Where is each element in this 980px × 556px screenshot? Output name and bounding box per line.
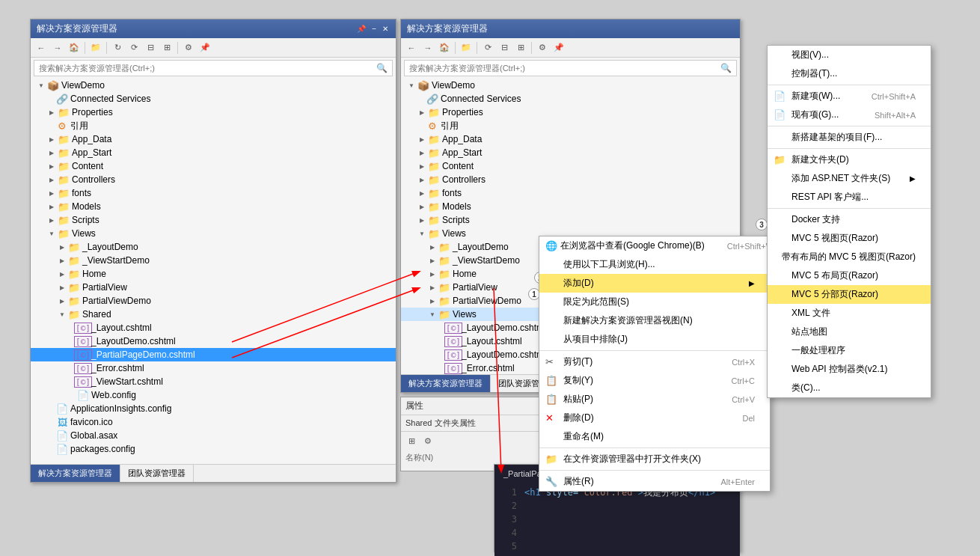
- sub-mvc5-layout-page[interactable]: MVC 5 布局页(Razor): [768, 266, 931, 285]
- sub-mvc5-partial[interactable]: MVC 5 分部页(Razor): [768, 285, 931, 304]
- sub-rest[interactable]: REST API 客户端...: [768, 188, 931, 207]
- r-folder-btn[interactable]: 📁: [459, 40, 474, 55]
- r-collapse-btn[interactable]: ⊟: [497, 40, 512, 55]
- tree-item-_ViewStartDemo[interactable]: ▶ 📁 _ViewStartDemo: [31, 254, 396, 267]
- forward-btn[interactable]: →: [50, 40, 65, 55]
- sub-asp-folder[interactable]: 添加 ASP.NET 文件夹(S) ▶: [768, 169, 931, 188]
- tree-item-Controllers[interactable]: ▶ 📁 Controllers: [31, 173, 396, 186]
- close-button[interactable]: ✕: [381, 25, 390, 33]
- cm-open-explorer[interactable]: 📁 在文件资源管理器中打开文件夹(X): [539, 450, 770, 468]
- home-btn[interactable]: 🏠: [67, 40, 82, 55]
- filter-btn[interactable]: ⊞: [159, 40, 174, 55]
- r-home-btn[interactable]: 🏠: [437, 40, 452, 55]
- tree-item-PartialView[interactable]: ▶ 📁 PartialView: [31, 281, 396, 294]
- r-filter-btn[interactable]: ⊞: [513, 40, 528, 55]
- tree-item-fonts[interactable]: ▶ 📁 fonts: [401, 186, 740, 200]
- tree-item-Global_asax[interactable]: 📄 Global.asax: [31, 429, 396, 442]
- tree-item-App_Data[interactable]: ▶ 📁 App_Data: [31, 132, 396, 146]
- tree-item-Home[interactable]: ▶ 📁 Home: [31, 267, 396, 281]
- tree-item-_Layout_cshtml[interactable]: [©] _Layout.cshtml: [31, 321, 396, 334]
- cm-delete[interactable]: ✕ 删除(D) Del: [539, 409, 770, 427]
- cm-add[interactable]: 添加(D) ▶: [539, 274, 770, 293]
- sub-xml[interactable]: XML 文件: [768, 304, 931, 323]
- tree-item-Scripts[interactable]: ▶ 📁 Scripts: [401, 213, 740, 227]
- r-forward-btn[interactable]: →: [420, 40, 435, 55]
- sub-new-folder[interactable]: 📁 新建文件夹(D): [768, 150, 931, 169]
- tree-item-PartialViewDemo[interactable]: ▶ 📁 PartialViewDemo: [31, 294, 396, 308]
- cm-copy[interactable]: 📋 复制(Y) Ctrl+C: [539, 371, 770, 390]
- left-search-bar[interactable]: 🔍: [34, 60, 393, 76]
- tree-item-Web_config[interactable]: 📄 Web.config: [31, 388, 396, 402]
- tree-item-Properties[interactable]: ▶ 📁 Properties: [31, 106, 396, 119]
- right-tab-solution[interactable]: 解决方案资源管理器: [401, 375, 491, 392]
- refresh-btn[interactable]: ⟳: [126, 40, 141, 55]
- tree-item-Shared[interactable]: ▼ 📁 Shared: [31, 308, 396, 321]
- cm-paste[interactable]: 📋 粘贴(P) Ctrl+V: [539, 390, 770, 409]
- tree-item-_Error_cshtml[interactable]: [©] _Error.cshtml: [31, 361, 396, 375]
- tree-item-_ViewStart_cshtml[interactable]: [©] _ViewStart.cshtml: [31, 375, 396, 388]
- cm-properties[interactable]: 🔧 属性(R) Alt+Enter: [539, 472, 770, 491]
- tree-item-packages_config[interactable]: 📄 packages.config: [31, 442, 396, 456]
- cm-rename[interactable]: 重命名(M): [539, 427, 770, 446]
- sub-webapi[interactable]: Web API 控制器类(v2.1): [768, 360, 931, 379]
- cm-exclude[interactable]: 从项目中排除(J): [539, 330, 770, 349]
- r-settings-btn[interactable]: ⚙: [535, 40, 550, 55]
- settings-btn[interactable]: ⚙: [181, 40, 196, 55]
- sub-docker[interactable]: Docker 支持: [768, 210, 931, 229]
- cm-cut[interactable]: ✂ 剪切(T) Ctrl+X: [539, 352, 770, 371]
- tree-item-favicon_ico[interactable]: 🖼 favicon.ico: [31, 415, 396, 429]
- left-tab-team[interactable]: 团队资源管理器: [120, 465, 194, 482]
- tree-item-Content[interactable]: ▶ 📁 Content: [31, 159, 396, 173]
- sub-view[interactable]: 视图(V)...: [768, 46, 931, 64]
- tree-item-_LayoutDemo[interactable]: ▶ 📁 _LayoutDemo: [31, 240, 396, 254]
- back-btn[interactable]: ←: [34, 40, 49, 55]
- cm-scope[interactable]: 限定为此范围(S): [539, 293, 770, 311]
- tree-item-ApplicationInsights_config[interactable]: 📄 ApplicationInsights.config: [31, 402, 396, 415]
- left-tab-solution[interactable]: 解决方案资源管理器: [31, 465, 120, 482]
- tree-item-Properties[interactable]: ▶ 📁 Properties: [401, 106, 740, 119]
- sub-controller[interactable]: 控制器(T)...: [768, 64, 931, 83]
- sub-handler[interactable]: 一般处理程序: [768, 341, 931, 360]
- pin-button[interactable]: 📌: [355, 25, 367, 33]
- sub-mvc5-layout-view[interactable]: 带有布局的 MVC 5 视图页(Razor): [768, 248, 931, 266]
- cm-browse-with[interactable]: 使用以下工具浏览(H)...: [539, 255, 770, 274]
- props-btn1[interactable]: ⊞: [404, 433, 419, 448]
- right-search-bar[interactable]: 🔍: [404, 60, 737, 76]
- tree-item-__[interactable]: ⚙ 引用: [401, 119, 740, 132]
- left-search-input[interactable]: [39, 64, 376, 73]
- r-pin-btn[interactable]: 📌: [551, 40, 566, 55]
- tree-item-Connected_Services[interactable]: 🔗 Connected Services: [31, 92, 396, 106]
- minimize-button[interactable]: −: [370, 25, 378, 33]
- sub-class[interactable]: 类(C)...: [768, 379, 931, 397]
- collapse-btn[interactable]: ⊟: [143, 40, 158, 55]
- tree-item-App_Data[interactable]: ▶ 📁 App_Data: [401, 132, 740, 146]
- tree-item-Connected_Services[interactable]: 🔗 Connected Services: [401, 92, 740, 106]
- sub-mvc5-view[interactable]: MVC 5 视图页(Razor): [768, 229, 931, 248]
- sub-sitemap[interactable]: 站点地图: [768, 323, 931, 341]
- tree-item-Scripts[interactable]: ▶ 📁 Scripts: [31, 213, 396, 227]
- tree-item-Content[interactable]: ▶ 📁 Content: [401, 159, 740, 173]
- tree-item-App_Start[interactable]: ▶ 📁 App_Start: [401, 146, 740, 159]
- tree-item-Views[interactable]: ▼ 📁 Views: [31, 227, 396, 240]
- tree-item-__[interactable]: ⚙ 引用: [31, 119, 396, 132]
- right-search-input[interactable]: [409, 64, 720, 73]
- tree-item-fonts[interactable]: ▶ 📁 fonts: [31, 186, 396, 200]
- sub-new-item[interactable]: 📄 新建项(W)... Ctrl+Shift+A: [768, 87, 931, 106]
- pin2-btn[interactable]: 📌: [197, 40, 212, 55]
- r-back-btn[interactable]: ←: [404, 40, 419, 55]
- cm-new-view[interactable]: 新建解决方案资源管理器视图(N): [539, 311, 770, 330]
- sub-existing-item[interactable]: 📄 现有项(G)... Shift+Alt+A: [768, 106, 931, 124]
- folder-btn[interactable]: 📁: [88, 40, 103, 55]
- back2-btn[interactable]: ↻: [110, 40, 125, 55]
- sub-scaffold[interactable]: 新搭建基架的项目(F)...: [768, 128, 931, 147]
- r-refresh-btn[interactable]: ⟳: [480, 40, 495, 55]
- tree-item-ViewDemo[interactable]: ▼ 📦 ViewDemo: [31, 79, 396, 92]
- tree-item-Models[interactable]: ▶ 📁 Models: [31, 200, 396, 213]
- tree-item-App_Start[interactable]: ▶ 📁 App_Start: [31, 146, 396, 159]
- tree-item-_PartialPageDemo_cshtml[interactable]: [©] _PartialPageDemo.cshtml: [31, 348, 396, 361]
- cm-browser[interactable]: 🌐 在浏览器中查看(Google Chrome)(B) Ctrl+Shift+W: [539, 236, 770, 255]
- tree-item-ViewDemo[interactable]: ▼ 📦 ViewDemo: [401, 79, 740, 92]
- tree-item-Models[interactable]: ▶ 📁 Models: [401, 200, 740, 213]
- props-btn2[interactable]: ⚙: [420, 433, 435, 448]
- tree-item-_LayoutDemo_cshtml[interactable]: [©] _LayoutDemo.cshtml: [31, 334, 396, 348]
